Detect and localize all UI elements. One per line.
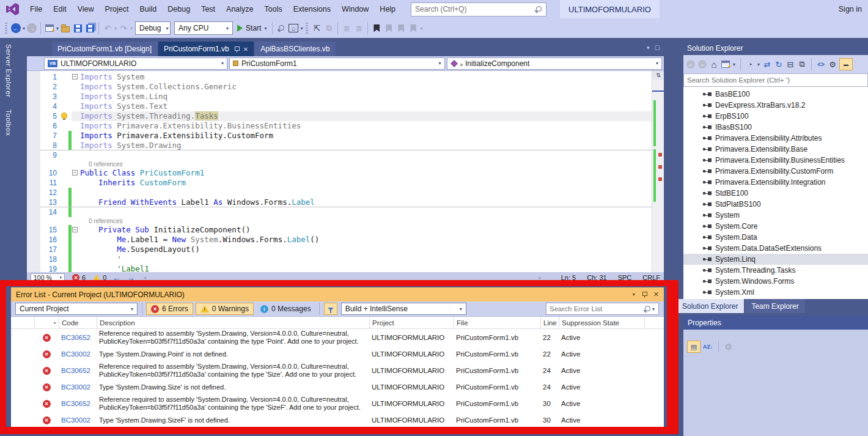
code-line-9[interactable]: 9 — [40, 150, 652, 160]
view-code-button[interactable]: <> — [816, 58, 826, 70]
error-code-link[interactable]: BC30652 — [59, 334, 97, 341]
reference-item[interactable]: System.Data.DataSetExtensions — [683, 243, 868, 254]
doc-tab-3[interactable]: ApiBasBSClientes.vb — [255, 42, 335, 56]
solution-explorer-search-box[interactable] — [683, 73, 868, 87]
codelens-references[interactable]: 0 references — [40, 217, 652, 225]
scroll-left-icon[interactable]: ◂ — [143, 275, 146, 281]
find-in-files-button[interactable] — [276, 21, 287, 35]
back-button[interactable]: ← — [686, 58, 696, 70]
search-input[interactable] — [415, 5, 535, 13]
alphabetical-sort-button[interactable]: AZ↓ — [703, 341, 713, 353]
status-warning-count[interactable]: 0 — [93, 274, 106, 281]
reference-item[interactable]: DevExpress.XtraBars.v18.2 — [683, 100, 868, 111]
reference-item[interactable]: BasBE100 — [683, 89, 868, 100]
editor-splitter-icon[interactable]: ⇅ — [652, 71, 664, 79]
code-line-15[interactable]: 15− Private Sub InitializeComponent() — [40, 225, 652, 235]
columns-filter-button[interactable] — [324, 303, 337, 315]
column-project[interactable]: Project — [369, 317, 454, 328]
switch-views-caret-icon[interactable]: ▾ — [733, 62, 735, 67]
code-line-13[interactable]: 13 Friend WithEvents Label1 As Windows.F… — [40, 198, 652, 207]
categorized-toggle[interactable]: ▤ — [687, 341, 701, 353]
menu-item-file[interactable]: File — [24, 5, 48, 13]
sidebar-tab-toolbox[interactable]: Toolbox — [5, 103, 12, 142]
lightbulb-icon[interactable] — [61, 113, 67, 119]
reference-item[interactable]: System — [683, 210, 868, 221]
doc-tab-2[interactable]: PriCustomForm1.vb✕ — [158, 42, 254, 56]
reference-item[interactable]: IBasBS100 — [683, 122, 868, 133]
search-box[interactable] — [411, 2, 546, 17]
pick-element-button[interactable]: ⇱ — [311, 21, 322, 35]
code-line-17[interactable]: 17 Me.SuspendLayout() — [40, 245, 652, 254]
decrease-indent-button[interactable]: ≣ — [341, 21, 352, 35]
editor-vertical-scrollbar[interactable]: ⇅ — [652, 71, 664, 272]
undo-caret-icon[interactable]: ▾ — [114, 26, 117, 31]
search-caret-icon[interactable]: ▾ — [652, 306, 655, 312]
column-code[interactable]: Code — [59, 317, 97, 328]
sign-in-link[interactable]: Sign in — [839, 5, 862, 13]
tab-team-explorer[interactable]: Team Explorer — [745, 299, 804, 313]
code-lines[interactable]: 1−Imports System2Imports System.Collecti… — [40, 72, 652, 272]
reference-item[interactable]: StdPlatBS100 — [683, 199, 868, 210]
property-pages-button[interactable]: ⚙ — [724, 341, 734, 353]
error-code-link[interactable]: BC30002 — [59, 350, 97, 358]
menu-item-tools[interactable]: Tools — [259, 5, 288, 13]
code-line-16[interactable]: 16 Me.Label1 = New System.Windows.Forms.… — [40, 235, 652, 245]
undo-button[interactable]: ↶ — [102, 21, 113, 35]
menu-item-project[interactable]: Project — [100, 5, 134, 13]
code-line-1[interactable]: 1−Imports System — [40, 72, 652, 82]
code-line-10[interactable]: 10−Public Class PriCustomForm1 — [40, 168, 652, 178]
column-severity[interactable]: ▸ — [34, 317, 59, 328]
copy-parent-button[interactable]: ⧉ — [323, 21, 334, 35]
reference-item[interactable]: StdBE100 — [683, 188, 868, 199]
error-row-6[interactable]: ✕BC30002Type 'System.Drawing.SizeF' is n… — [11, 412, 664, 428]
save-button[interactable] — [72, 21, 83, 35]
code-line-18[interactable]: 18 ' — [40, 254, 652, 264]
previous-bookmark-button[interactable] — [383, 21, 394, 35]
solution-explorer-tree[interactable]: BasBE100DevExpress.XtraBars.v18.2ErpBS10… — [683, 87, 868, 299]
solution-explorer-search-input[interactable] — [687, 76, 864, 84]
solution-explorer-home-button[interactable]: ⌂ — [288, 21, 299, 35]
collapse-region-icon[interactable]: − — [72, 227, 78, 232]
navigate-forward-icon[interactable]: → — [127, 273, 134, 283]
menu-item-view[interactable]: View — [72, 5, 100, 13]
status-error-count[interactable]: ✕6 — [72, 274, 86, 281]
error-code-link[interactable]: BC30652 — [59, 400, 97, 407]
collapse-all-button[interactable]: ⊟ — [785, 58, 795, 70]
editor-horizontal-scrollbar[interactable]: ◂▸ — [134, 275, 550, 281]
increase-indent-button[interactable]: ≣ — [353, 21, 364, 35]
toolbar-grip[interactable] — [306, 23, 308, 34]
open-file-button[interactable] — [60, 21, 71, 35]
scope-filter-dropdown[interactable]: Current Project▾ — [15, 303, 138, 315]
code-line-4[interactable]: 4Imports System.Text — [40, 102, 652, 111]
project-dropdown[interactable]: VBULTIMOFORMULARIO▾ — [44, 57, 227, 70]
toggle-bookmark-button[interactable] — [371, 21, 382, 35]
solution-configuration-dropdown[interactable]: Debug▾ — [135, 21, 171, 35]
codelens-references[interactable]: 0 references — [40, 160, 652, 168]
messages-filter-button[interactable]: i0 Messages — [256, 303, 315, 315]
properties-pages-button[interactable]: ⧉ — [797, 58, 807, 70]
window-position-icon[interactable]: ▾ — [633, 292, 635, 297]
pin-icon[interactable] — [234, 46, 240, 53]
type-dropdown[interactable]: PriCustomForm1▾ — [229, 57, 445, 70]
sync-with-active-document-button[interactable]: ⇄ — [762, 58, 772, 70]
error-row-2[interactable]: ✕BC30002Type 'System.Drawing.Point' is n… — [11, 346, 664, 362]
member-dropdown[interactable]: aInitializeComponent▾ — [447, 57, 663, 70]
reference-item[interactable]: System.Windows.Forms — [683, 276, 868, 287]
refresh-button[interactable]: ↻ — [774, 58, 784, 70]
breakpoint-margin[interactable] — [27, 71, 40, 272]
doc-tab-1[interactable]: PriCustomForm1.vb [Design] — [52, 42, 157, 56]
home-button[interactable]: ⌂ — [709, 58, 719, 70]
column-suppression-state[interactable]: Suppression State — [559, 317, 644, 328]
properties-title-bar[interactable]: Properties — [683, 316, 868, 330]
reference-item[interactable]: Primavera.Extensibility.Attributes — [683, 133, 868, 144]
error-list-title-bar[interactable]: Error List - Current Project (ULTIMOFORM… — [11, 287, 664, 301]
navigate-backward-button[interactable]: ← — [10, 21, 21, 35]
close-icon[interactable]: ✕ — [653, 290, 659, 298]
menu-item-edit[interactable]: Edit — [48, 5, 72, 13]
new-project-caret-icon[interactable]: ▾ — [56, 26, 59, 31]
column-file[interactable]: File — [454, 317, 540, 328]
navigate-back-caret-icon[interactable]: ▾ — [23, 26, 25, 31]
menu-item-help[interactable]: Help — [374, 5, 401, 13]
pin-icon[interactable] — [642, 291, 647, 298]
sidebar-tab-server-explorer[interactable]: Server Explorer — [5, 38, 12, 103]
